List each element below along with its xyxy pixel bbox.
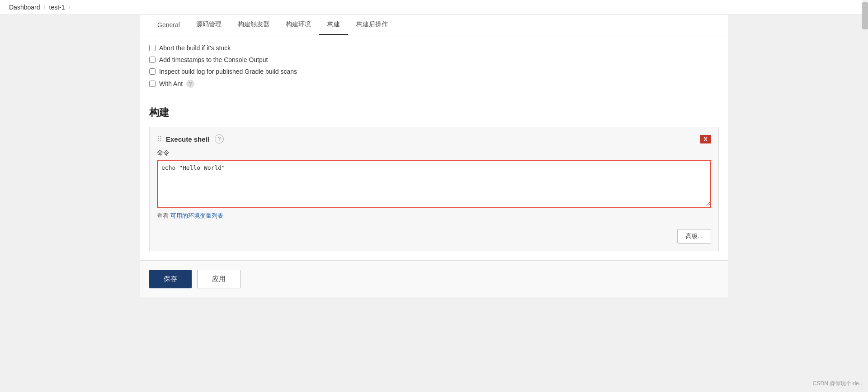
- checkbox-item-abort: Abort the build if it's stuck: [149, 44, 719, 52]
- command-textarea-wrapper: echo "Hello World": [157, 160, 711, 208]
- tab-post[interactable]: 构建后操作: [348, 15, 396, 35]
- build-section: ⠿ Execute shell ? X 命令 echo "Hello World…: [140, 127, 728, 260]
- tab-env[interactable]: 构建环境: [278, 15, 319, 35]
- checkbox-item-timestamps: Add timestamps to the Console Output: [149, 56, 719, 63]
- drag-handle-icon[interactable]: ⠿: [157, 135, 162, 143]
- tab-build[interactable]: 构建: [319, 15, 348, 35]
- main-content: General源码管理构建触发器构建环境构建构建后操作 Abort the bu…: [140, 15, 728, 316]
- footer-buttons: 保存 应用: [140, 260, 728, 297]
- checkbox-label-abort: Abort the build if it's stuck: [159, 44, 231, 52]
- tab-general[interactable]: General: [149, 16, 188, 35]
- tabs-bar: General源码管理构建触发器构建环境构建构建后操作: [140, 15, 728, 35]
- scrollbar[interactable]: [862, 0, 868, 316]
- section-title: 构建: [140, 97, 728, 127]
- tab-triggers[interactable]: 构建触发器: [230, 15, 278, 35]
- breadcrumb-bar: Dashboard › test-1 ›: [0, 0, 868, 15]
- env-link-prefix: 查看: [157, 212, 170, 219]
- command-input[interactable]: echo "Hello World": [158, 161, 710, 206]
- delete-button[interactable]: X: [700, 135, 711, 143]
- project-link[interactable]: test-1: [49, 4, 65, 11]
- help-icon-withant[interactable]: ?: [186, 80, 194, 88]
- advanced-btn-row: 高级...: [157, 229, 711, 244]
- build-card-header: ⠿ Execute shell ? X: [157, 134, 711, 143]
- build-card-title-row: ⠿ Execute shell ?: [157, 134, 224, 143]
- checkbox-item-gradle: Inspect build log for published Gradle b…: [149, 68, 719, 75]
- build-card-title: Execute shell: [166, 135, 209, 143]
- save-button[interactable]: 保存: [149, 270, 192, 288]
- checkbox-label-withant: With Ant: [159, 80, 183, 87]
- checkbox-gradle[interactable]: [149, 68, 156, 75]
- checkbox-timestamps[interactable]: [149, 57, 156, 63]
- checkbox-item-withant: With Ant?: [149, 80, 719, 88]
- checkbox-group: Abort the build if it's stuckAdd timesta…: [140, 35, 728, 97]
- command-field-label: 命令: [157, 149, 711, 157]
- help-icon[interactable]: ?: [215, 134, 224, 143]
- tab-source[interactable]: 源码管理: [188, 15, 230, 35]
- env-variables-link[interactable]: 可用的环境变量列表: [170, 212, 223, 219]
- checkbox-label-timestamps: Add timestamps to the Console Output: [159, 56, 268, 63]
- separator-2: ›: [69, 4, 71, 10]
- build-card: ⠿ Execute shell ? X 命令 echo "Hello World…: [149, 127, 719, 251]
- checkbox-withant[interactable]: [149, 81, 156, 87]
- separator-1: ›: [44, 4, 46, 10]
- dashboard-link[interactable]: Dashboard: [9, 4, 40, 11]
- env-link-row: 查看 可用的环境变量列表: [157, 212, 711, 220]
- checkbox-label-gradle: Inspect build log for published Gradle b…: [159, 68, 297, 75]
- checkbox-abort[interactable]: [149, 45, 156, 51]
- apply-button[interactable]: 应用: [197, 270, 241, 288]
- advanced-button[interactable]: 高级...: [677, 229, 711, 244]
- scrollbar-thumb[interactable]: [862, 2, 868, 29]
